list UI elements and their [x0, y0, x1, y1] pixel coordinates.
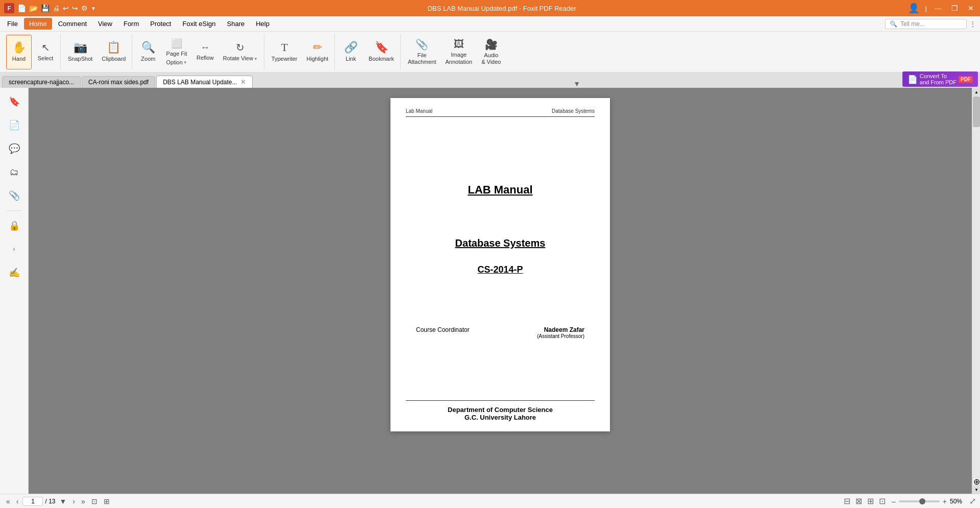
media-group: 📎 FileAttachment 🖼 ImageAnnotation 🎥 Aud… — [402, 34, 507, 70]
scrollbar-up[interactable]: ▲ — [972, 88, 980, 96]
menu-file[interactable]: File — [2, 18, 23, 30]
pdf-footer-line2: G.C. University Lahore — [406, 414, 595, 421]
zoom-out-button[interactable]: – — [892, 497, 896, 505]
tab-dropdown-button[interactable]: ▼ — [573, 80, 580, 88]
reflow-button[interactable]: ↔ Reflow — [192, 35, 218, 69]
account-icon[interactable]: 👤 — [908, 3, 919, 14]
snapshot-tool-button[interactable]: 📷 SnapShot — [64, 35, 96, 69]
tab-dbs-label: DBS LAB Manual Update... — [163, 79, 237, 86]
tell-me-placeholder: Tell me... — [900, 20, 925, 28]
new-icon[interactable]: 📄 — [17, 4, 26, 12]
convert-label-2: and From PDF — [920, 79, 957, 85]
highlight-button[interactable]: ✏ Highlight — [303, 35, 333, 69]
pdf-content: LAB Manual Database Systems CS-2014-P Co… — [406, 127, 595, 359]
two-page-view-button[interactable]: ⊞ — [865, 495, 876, 507]
dropdown-arrow-icon[interactable]: ▼ — [91, 6, 96, 11]
image-annotation-button[interactable]: 🖼 ImageAnnotation — [442, 35, 477, 69]
zoom-in-button[interactable]: + — [943, 497, 947, 505]
tab-dbs[interactable]: DBS LAB Manual Update... ✕ — [156, 76, 252, 88]
first-page-button[interactable]: « — [4, 496, 12, 506]
continuous-view-button[interactable]: ⊠ — [853, 495, 864, 507]
pdf-subtitle: Database Systems — [455, 237, 546, 249]
save-icon[interactable]: 💾 — [41, 4, 50, 12]
close-button[interactable]: ✕ — [966, 3, 976, 13]
menu-share[interactable]: Share — [222, 18, 250, 30]
undo-icon[interactable]: ↩ — [63, 4, 69, 12]
sidebar-expand-arrow[interactable]: › — [5, 239, 24, 259]
fit-to-page-button[interactable]: ⊡ — [89, 496, 100, 506]
tab-screencapture[interactable]: screencapture-najjaco... — [2, 76, 81, 88]
redo-icon[interactable]: ↪ — [72, 4, 78, 12]
select-tool-button[interactable]: ↖ Select — [33, 35, 58, 69]
menu-home[interactable]: Home — [24, 18, 52, 30]
pdf-footer: Department of Computer Science G.C. Univ… — [406, 400, 595, 421]
rotate-view-button[interactable]: ↻ Rotate View ▼ — [219, 35, 262, 69]
convert-icon: 📄 — [908, 75, 918, 84]
sidebar-layers[interactable]: 🗂 — [5, 162, 24, 182]
scrollbar-thumb[interactable] — [973, 96, 980, 127]
next-page-button[interactable]: › — [70, 496, 77, 506]
pdf-main-title: LAB Manual — [468, 183, 532, 197]
sidebar-attachments[interactable]: 📎 — [5, 186, 24, 205]
tab-caroni-label: CA-roni max sides.pdf — [88, 79, 149, 86]
prev-page-button[interactable]: ‹ — [14, 496, 21, 506]
zoom-icon: 🔍 — [141, 41, 155, 54]
open-icon[interactable]: 📂 — [29, 4, 38, 12]
zoom-slider[interactable] — [899, 500, 940, 502]
menu-view[interactable]: View — [93, 18, 117, 30]
sidebar-pages[interactable]: 📄 — [5, 115, 24, 135]
pdf-footer-line1: Department of Computer Science — [406, 406, 595, 414]
separator-icon: | — [925, 5, 927, 12]
menu-more-button[interactable]: ⋮ — [968, 20, 978, 28]
audio-video-button[interactable]: 🎥 Audio& Video — [477, 35, 505, 69]
restore-button[interactable]: ❐ — [949, 3, 960, 13]
typewriter-button[interactable]: T Typewriter — [267, 35, 302, 69]
tell-me-bar[interactable]: 🔍 Tell me... — [885, 19, 967, 29]
menu-protect[interactable]: Protect — [145, 18, 176, 30]
sidebar-bookmarks[interactable]: 🔖 — [5, 92, 24, 111]
foxit-icon: F — [4, 3, 14, 13]
link-button[interactable]: 🔗 Link — [338, 35, 363, 69]
snapshot-icon: 📷 — [74, 41, 87, 54]
pdf-header: Lab Manual Database Systems — [406, 108, 595, 117]
pdf-coordinator-info: Nadeem Zafar (Assistant Professor) — [537, 326, 584, 339]
zoom-thumb[interactable] — [919, 498, 925, 504]
sidebar-security[interactable]: 🔒 — [5, 216, 24, 235]
page-separator: / 13 — [45, 498, 55, 505]
sidebar-signatures[interactable]: ✍ — [5, 263, 24, 282]
menu-help[interactable]: Help — [251, 18, 275, 30]
two-page-continuous-button[interactable]: ⊡ — [877, 495, 888, 507]
zoom-controls: – + 50% ⤢ — [892, 496, 976, 506]
scrollbar-track[interactable] — [972, 96, 980, 477]
bookmark-button[interactable]: 🔖 Bookmark — [364, 35, 398, 69]
pdf-header-left: Lab Manual — [406, 108, 432, 114]
zoom-tool-button[interactable]: 🔍 Zoom — [135, 35, 161, 69]
scrollbar-down[interactable]: ▼ — [972, 486, 980, 494]
snapshot-clipboard-group: 📷 SnapShot 📋 Clipboard — [62, 34, 132, 70]
tab-dbs-close[interactable]: ✕ — [240, 78, 246, 86]
file-attachment-button[interactable]: 📎 FileAttachment — [404, 35, 440, 69]
fullscreen-button[interactable]: ⤢ — [969, 496, 976, 506]
clipboard-tool-button[interactable]: 📋 Clipboard — [97, 35, 130, 69]
menu-form[interactable]: Form — [118, 18, 144, 30]
last-page-button[interactable]: » — [79, 496, 87, 506]
page-dropdown-button[interactable]: ▼ — [57, 496, 68, 506]
scrollbar-special-btn[interactable]: ⊕ — [972, 477, 980, 486]
minimize-button[interactable]: — — [933, 3, 943, 13]
page-fit-button[interactable]: ⬜ Page Fit Option ▼ — [162, 35, 191, 69]
page-number-input[interactable] — [22, 497, 43, 506]
fit-width-button[interactable]: ⊞ — [102, 496, 112, 506]
tab-caroni[interactable]: CA-roni max sides.pdf — [82, 76, 155, 88]
customize-icon[interactable]: ⚙ — [81, 4, 88, 12]
pdf-coordinator-title: (Assistant Professor) — [537, 333, 584, 339]
sidebar-comments[interactable]: 💬 — [5, 139, 24, 158]
menu-foxit-esign[interactable]: Foxit eSign — [177, 18, 220, 30]
clipboard-icon: 📋 — [107, 41, 120, 54]
single-page-view-button[interactable]: ⊟ — [842, 495, 852, 507]
print-icon[interactable]: 🖨 — [53, 4, 60, 12]
rotate-dropdown-icon: ▼ — [254, 57, 258, 61]
menu-comment[interactable]: Comment — [53, 18, 92, 30]
convert-button[interactable]: 📄 Convert To and From PDF PDF — [902, 71, 978, 87]
sidebar-divider — [7, 210, 22, 211]
hand-tool-button[interactable]: ✋ Hand — [6, 35, 32, 69]
